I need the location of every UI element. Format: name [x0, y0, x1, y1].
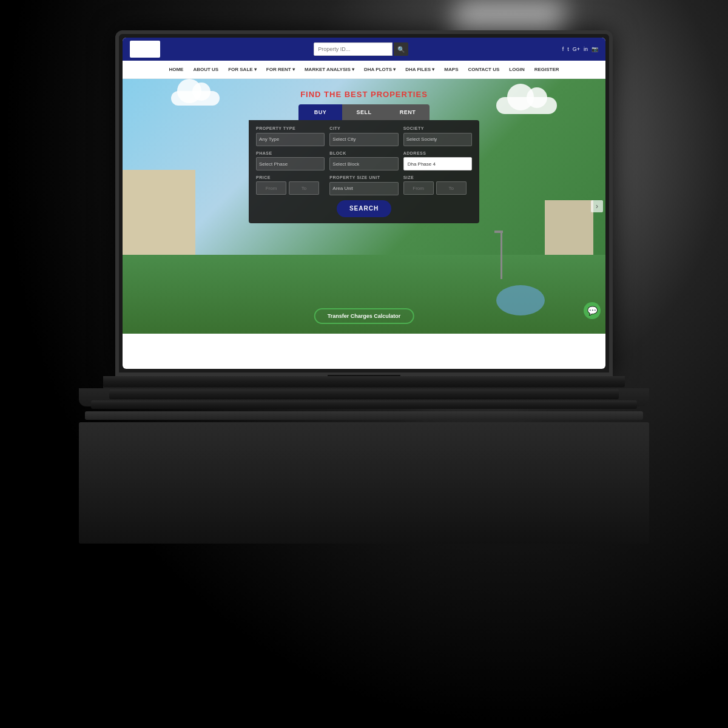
search-row-2: PHASE Select Phase BLOCK Select Block — [256, 151, 472, 171]
price-to-input[interactable] — [289, 181, 319, 195]
city-label: CITY — [329, 126, 398, 130]
water-feature — [496, 285, 545, 315]
instagram-icon[interactable]: 📷 — [592, 46, 598, 52]
carousel-next-arrow[interactable]: › — [591, 200, 603, 212]
hero-section: › FIND THE BEST PROPERTIES BUY SELL RENT… — [123, 79, 605, 334]
tab-sell[interactable]: SELL — [342, 104, 386, 120]
linkedin-icon[interactable]: in — [584, 46, 588, 52]
nav-contact[interactable]: CONTACT US — [468, 67, 499, 72]
size-from-input[interactable] — [403, 181, 434, 195]
stack-layer-5 — [79, 422, 649, 544]
stack-layer-3 — [91, 400, 637, 409]
transfer-charges-calculator-button[interactable]: Transfer Charges Calculator — [314, 308, 414, 324]
property-size-unit-label: PROPERTY SIZE UNIT — [329, 175, 398, 180]
nav-for-rent[interactable]: FOR RENT ▾ — [266, 67, 295, 72]
block-select[interactable]: Select Block — [329, 157, 398, 170]
address-label: ADDRESS — [403, 151, 472, 155]
address-input[interactable] — [403, 157, 472, 170]
social-icons-group: f t G+ in 📷 — [562, 46, 598, 52]
facebook-icon[interactable]: f — [562, 46, 564, 52]
cloud-2 — [496, 97, 557, 114]
society-col: SOCIETY Select Society — [403, 126, 472, 146]
search-panel: PROPERTY TYPE Any Type CITY Select City — [249, 120, 479, 223]
nav-market-analysis[interactable]: MARKET ANALYSIS ▾ — [305, 67, 354, 72]
chat-button[interactable]: 💬 — [584, 302, 601, 319]
nav-home[interactable]: HOME — [169, 67, 183, 72]
header-search-button[interactable]: 🔍 — [394, 42, 408, 56]
property-id-input[interactable] — [314, 42, 393, 56]
phase-select[interactable]: Select Phase — [256, 157, 325, 170]
stack-layer-1 — [103, 376, 625, 387]
laptop-screen: 🔍 f t G+ in 📷 HOME ABOUT US FOR SALE ▾ F… — [123, 38, 605, 369]
phase-col: PHASE Select Phase — [256, 151, 325, 171]
size-unit-col: PROPERTY SIZE UNIT Area Unit — [329, 175, 398, 195]
site-header: 🔍 f t G+ in 📷 — [123, 38, 605, 61]
twitter-icon[interactable]: t — [567, 46, 569, 52]
stack-layer-2 — [109, 389, 619, 399]
city-select[interactable]: Select City — [329, 133, 398, 146]
property-type-select[interactable]: Any Type — [256, 133, 325, 146]
search-row-1: PROPERTY TYPE Any Type CITY Select City — [256, 126, 472, 146]
nav-dha-files[interactable]: DHA FILES ▾ — [405, 67, 434, 72]
street-lamp — [500, 231, 502, 279]
chat-icon: 💬 — [587, 306, 598, 315]
header-search-area: 🔍 — [314, 42, 408, 56]
block-col: BLOCK Select Block — [329, 151, 398, 171]
search-row-3: PRICE PROPERTY SIZE UNIT Area Unit — [256, 175, 472, 195]
logo — [130, 41, 160, 58]
price-range — [256, 181, 325, 195]
city-col: CITY Select City — [329, 126, 398, 146]
property-size-unit-select[interactable]: Area Unit — [329, 182, 398, 195]
hero-headline: FIND THE BEST PROPERTIES — [123, 90, 605, 99]
tab-rent[interactable]: RENT — [386, 104, 430, 120]
nav-for-sale[interactable]: FOR SALE ▾ — [228, 67, 257, 72]
society-select[interactable]: Select Society — [403, 133, 472, 146]
search-icon: 🔍 — [397, 46, 405, 53]
search-tabs: BUY SELL RENT — [298, 104, 430, 120]
property-type-label: PROPERTY TYPE — [256, 126, 325, 130]
property-type-col: PROPERTY TYPE Any Type — [256, 126, 325, 146]
tab-buy[interactable]: BUY — [298, 104, 342, 120]
nav-dha-plots[interactable]: DHA PLOTS ▾ — [364, 67, 396, 72]
nav-about[interactable]: ABOUT US — [193, 67, 218, 72]
laptop-screen-bezel: 🔍 f t G+ in 📷 HOME ABOUT US FOR SALE ▾ F… — [115, 30, 613, 376]
price-from-col: PRICE — [256, 175, 325, 195]
main-navigation: HOME ABOUT US FOR SALE ▾ FOR RENT ▾ MARK… — [123, 61, 605, 79]
nav-register[interactable]: REGISTER — [534, 67, 559, 72]
price-from-label: PRICE — [256, 175, 325, 180]
society-label: SOCIETY — [403, 126, 472, 130]
size-to-input[interactable] — [436, 181, 467, 195]
size-label: SIZE — [403, 175, 472, 180]
nav-maps[interactable]: MAPS — [444, 67, 458, 72]
googleplus-icon[interactable]: G+ — [573, 46, 580, 52]
phase-label: PHASE — [256, 151, 325, 155]
block-label: BLOCK — [329, 151, 398, 155]
size-range-col: SIZE — [403, 175, 472, 195]
stacked-laptops — [76, 370, 652, 607]
address-col: ADDRESS — [403, 151, 472, 171]
search-button[interactable]: SEARCH — [337, 200, 391, 217]
nav-login[interactable]: LOGIN — [509, 67, 524, 72]
price-from-input[interactable] — [256, 181, 286, 195]
size-range — [403, 181, 472, 195]
stack-layer-4 — [85, 411, 643, 420]
